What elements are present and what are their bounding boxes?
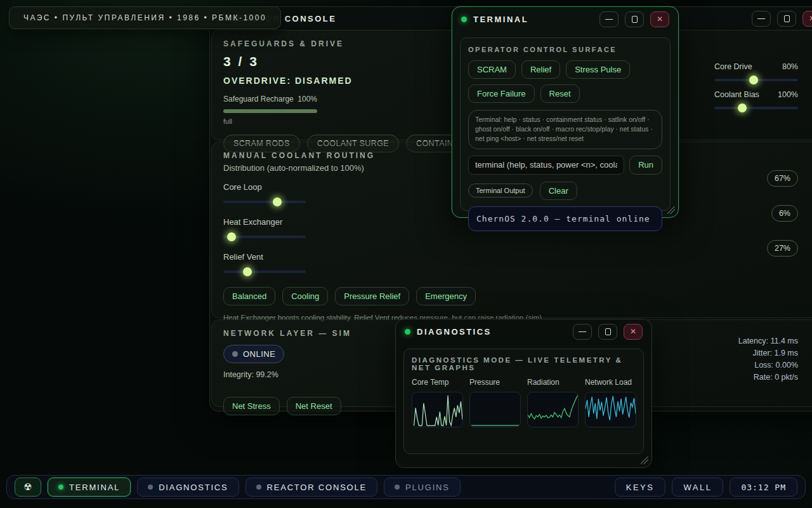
taskbar-item-label: PLUGINS	[405, 483, 450, 492]
heat-exchanger-percent-badge: 6%	[771, 205, 798, 222]
wall-button[interactable]: WALL	[672, 478, 723, 497]
diagnostics-title: DIAGNOSTICS	[417, 327, 492, 337]
relief-vent-knob[interactable]	[243, 267, 252, 276]
radiation-label: Radiation	[527, 378, 579, 387]
terminal-output-box: ChernOS 2.0.0 — terminal online	[468, 206, 662, 231]
core-loop-knob[interactable]	[273, 197, 282, 206]
minimize-icon: —	[579, 327, 586, 336]
core-drive-value: 80%	[782, 62, 798, 71]
pressure-graph-cell: Pressure	[469, 378, 521, 427]
window-status-dot-icon	[461, 17, 467, 22]
diagnostics-minimize-button[interactable]: —	[573, 324, 592, 340]
core-drive-slider[interactable]	[714, 79, 798, 81]
maximize-icon	[605, 328, 611, 335]
cooling-preset-button[interactable]: Cooling	[282, 287, 328, 305]
diagnostics-window: DIAGNOSTICS — ✕ DIAGNOSTICS MODE — LIVE …	[395, 319, 652, 468]
diagnostics-panel: DIAGNOSTICS MODE — LIVE TELEMETRY & NET …	[403, 349, 644, 454]
heat-exchanger-label: Heat Exchanger	[223, 217, 306, 227]
window-status-dot-icon	[405, 329, 410, 335]
relief-vent-slider[interactable]	[223, 271, 306, 273]
run-button[interactable]: Run	[629, 156, 662, 175]
diagnostics-resize-handle[interactable]	[641, 457, 648, 464]
radiation-graph-cell: Radiation	[527, 378, 579, 427]
close-icon: ✕	[657, 15, 663, 23]
diagnostics-heading: DIAGNOSTICS MODE — LIVE TELEMETRY & NET …	[412, 356, 636, 371]
reactor-close-button[interactable]: ✕	[802, 11, 812, 27]
emergency-preset-button[interactable]: Emergency	[416, 287, 476, 305]
pressure-label: Pressure	[469, 378, 521, 387]
taskbar-item-terminal[interactable]: TERMINAL	[48, 478, 131, 497]
core-temp-graph-cell: Core Temp	[412, 378, 463, 427]
rate-stat: Rate: 0 pkt/s	[738, 371, 798, 384]
coolant-bias-slider[interactable]	[714, 107, 798, 109]
network-load-label: Network Load	[585, 378, 636, 387]
terminal-title: TERMINAL	[473, 15, 528, 24]
terminal-maximize-button[interactable]	[625, 11, 644, 27]
terminal-window: TERMINAL — ✕ OPERATOR CONTROL SURFACE SC…	[452, 6, 679, 218]
taskbar-item-label: REACTOR CONSOLE	[267, 483, 367, 492]
status-dot-icon	[232, 351, 238, 357]
radiation-icon: ☢	[23, 481, 32, 493]
reactor-minimize-button[interactable]: —	[752, 11, 771, 27]
diagnostics-titlebar[interactable]: DIAGNOSTICS — ✕	[396, 319, 652, 344]
minimize-icon: —	[757, 14, 765, 23]
close-icon: ✕	[809, 14, 812, 23]
latency-stat: Latency: 11.4 ms	[738, 335, 798, 347]
terminal-output-label: Terminal Output	[468, 184, 533, 197]
taskbar-item-label: TERMINAL	[69, 483, 120, 492]
launcher-button[interactable]: ☢	[15, 478, 41, 497]
network-stats: Latency: 11.4 ms Jitter: 1.9 ms Loss: 0.…	[738, 335, 798, 384]
terminal-close-button[interactable]: ✕	[650, 11, 669, 27]
task-dot-icon	[256, 485, 261, 490]
terminal-titlebar[interactable]: TERMINAL — ✕	[452, 7, 678, 31]
terminal-resize-handle[interactable]	[667, 206, 675, 214]
terminal-command-input[interactable]	[468, 156, 624, 175]
taskbar-item-plugins[interactable]: PLUGINS	[384, 478, 461, 497]
coolant-bias-knob[interactable]	[738, 104, 747, 112]
recharge-label: Safeguard Recharge	[223, 95, 294, 104]
diagnostics-close-button[interactable]: ✕	[624, 324, 643, 340]
net-reset-button[interactable]: Net Reset	[287, 397, 341, 415]
operator-panel-heading: OPERATOR CONTROL SURFACE	[468, 46, 662, 53]
diagnostics-maximize-button[interactable]	[598, 324, 617, 340]
close-icon: ✕	[630, 327, 636, 336]
maximize-icon	[632, 16, 638, 23]
network-load-sparkline	[585, 392, 636, 427]
minimize-icon: —	[605, 15, 613, 23]
taskbar-item-reactor-console[interactable]: REACTOR CONSOLE	[246, 478, 378, 497]
force-failure-button[interactable]: Force Failure	[468, 84, 535, 103]
core-temp-sparkline	[412, 392, 463, 427]
core-temp-label: Core Temp	[412, 378, 463, 387]
pressure-sparkline	[469, 392, 521, 427]
core-drive-knob[interactable]	[749, 76, 758, 84]
core-loop-percent-badge: 67%	[767, 170, 798, 187]
pressure-relief-preset-button[interactable]: Pressure Relief	[335, 287, 409, 305]
jitter-stat: Jitter: 1.9 ms	[738, 347, 798, 359]
recharge-value: 100%	[298, 95, 317, 104]
scram-button[interactable]: SCRAM	[468, 60, 516, 79]
operator-control-panel: OPERATOR CONTROL SURFACE SCRAM Relief St…	[460, 37, 671, 211]
maximize-icon	[784, 15, 790, 22]
stress-pulse-button[interactable]: Stress Pulse	[566, 60, 630, 79]
balanced-preset-button[interactable]: Balanced	[223, 287, 275, 305]
coolant-bias-value: 100%	[778, 90, 798, 99]
terminal-minimize-button[interactable]: —	[599, 11, 619, 27]
taskbar-item-diagnostics[interactable]: DIAGNOSTICS	[137, 478, 239, 497]
task-dot-icon	[58, 485, 63, 490]
plant-banner: ЧАЭС • ПУЛЬТ УПРАВЛЕНИЯ • 1986 • РБМК-10…	[9, 6, 281, 29]
clear-button[interactable]: Clear	[540, 182, 577, 200]
network-status-badge: ONLINE	[223, 345, 284, 363]
relief-button[interactable]: Relief	[521, 60, 560, 79]
taskbar-item-label: DIAGNOSTICS	[159, 483, 228, 492]
reactor-maximize-button[interactable]	[777, 11, 796, 27]
keys-button[interactable]: KEYS	[615, 478, 666, 497]
net-stress-button[interactable]: Net Stress	[223, 397, 280, 415]
reset-button[interactable]: Reset	[540, 84, 580, 103]
recharge-progress-bar	[223, 109, 317, 113]
core-loop-slider[interactable]	[223, 201, 306, 203]
task-dot-icon	[395, 485, 400, 490]
relief-vent-label: Relief Vent	[223, 252, 306, 262]
heat-exchanger-slider[interactable]	[223, 236, 306, 238]
heat-exchanger-knob[interactable]	[227, 232, 236, 241]
task-dot-icon	[148, 485, 153, 490]
